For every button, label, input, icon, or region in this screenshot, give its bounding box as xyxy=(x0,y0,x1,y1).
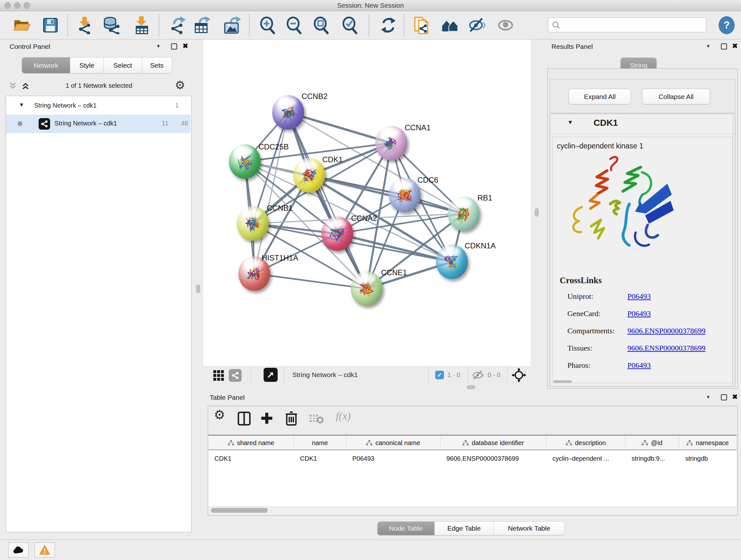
table-hscrollbar[interactable] xyxy=(208,506,737,514)
hidden-node-edge-counts: 0 - 0 xyxy=(488,371,500,379)
tab-network-table[interactable]: Network Table xyxy=(494,522,564,535)
tab-select[interactable]: Select xyxy=(104,57,142,73)
collection-label: String Network – cdk1 xyxy=(34,102,97,109)
search-box[interactable] xyxy=(548,17,706,32)
collapse-all-icon[interactable] xyxy=(8,81,17,90)
export-network-icon[interactable] xyxy=(169,16,186,34)
network-row-selected[interactable]: String Network – cdk1 11 48 xyxy=(6,115,191,133)
panel-menu-icon[interactable]: ▾ xyxy=(707,394,710,400)
network-view-icon[interactable] xyxy=(229,369,242,382)
apply-layout-icon[interactable] xyxy=(380,16,397,34)
gene-expander-icon[interactable]: ▼ xyxy=(567,119,573,126)
panel-menu-icon[interactable]: ▾ xyxy=(707,43,710,50)
node-CDC25B[interactable] xyxy=(229,144,261,179)
node-CCNB2[interactable] xyxy=(272,95,304,130)
zoom-in-icon[interactable] xyxy=(259,16,277,34)
save-session-icon[interactable] xyxy=(42,16,59,34)
table-options-gear-icon[interactable]: ⚙ xyxy=(214,408,225,422)
left-splitter-handle[interactable] xyxy=(196,285,200,293)
delete-column-icon[interactable] xyxy=(285,411,298,426)
panel-float-icon[interactable] xyxy=(721,44,727,50)
panel-menu-icon[interactable]: ▾ xyxy=(157,43,160,50)
hide-selected-icon[interactable] xyxy=(468,16,486,34)
gene-header-row[interactable]: ▼ CDK1 xyxy=(550,114,735,134)
column-header--id[interactable]: @id xyxy=(625,435,679,450)
table-hscroll-thumb[interactable] xyxy=(211,508,268,513)
tab-sets[interactable]: Sets xyxy=(142,57,172,73)
table-cell[interactable]: stringdb xyxy=(679,451,736,466)
column-header-database-identifier[interactable]: database identifier xyxy=(441,435,546,450)
panel-float-icon[interactable] xyxy=(171,44,177,50)
collection-expander-icon[interactable]: ▼ xyxy=(19,102,24,108)
hidden-eye-slash-icon[interactable] xyxy=(472,369,484,381)
table-cell[interactable]: 9606.ENSP00000378699 xyxy=(441,451,546,466)
show-hidden-icon[interactable] xyxy=(497,16,515,34)
crosslink-label: Compartments: xyxy=(567,327,615,335)
column-header-description[interactable]: description xyxy=(546,435,625,450)
export-table-icon[interactable] xyxy=(193,16,211,34)
network-collection-row[interactable]: ▼ String Network – cdk1 1 xyxy=(6,99,191,113)
warning-status-button[interactable] xyxy=(35,543,55,557)
open-session-icon[interactable] xyxy=(13,16,30,34)
node-CCNB1[interactable] xyxy=(237,206,269,241)
node-CCNE1[interactable] xyxy=(351,271,383,306)
tab-edge-table[interactable]: Edge Table xyxy=(434,522,494,535)
crosslink-link[interactable]: 9606.ENSP00000378699 xyxy=(627,327,705,335)
import-table-file-icon[interactable] xyxy=(132,16,150,34)
column-header-shared-name[interactable]: shared name xyxy=(208,435,294,450)
table-cell[interactable]: CDK1 xyxy=(294,451,346,466)
node-CDKN1A[interactable] xyxy=(436,245,468,279)
tab-style[interactable]: Style xyxy=(70,57,104,73)
zoom-fit-icon[interactable] xyxy=(313,16,330,34)
grid-view-icon[interactable] xyxy=(213,370,224,381)
collapse-all-button[interactable]: Collapse All xyxy=(642,89,710,105)
export-image-icon[interactable] xyxy=(223,16,241,34)
node-CCNA1[interactable] xyxy=(375,126,407,160)
panel-float-icon[interactable] xyxy=(721,394,727,400)
import-network-database-icon[interactable] xyxy=(103,16,121,34)
clone-network-icon[interactable] xyxy=(413,16,430,34)
create-column-icon[interactable] xyxy=(260,411,274,425)
column-header-canonical-name[interactable]: canonical name xyxy=(346,435,441,450)
table-cell[interactable]: cyclin–dependent ... xyxy=(546,451,625,466)
column-header-name[interactable]: name xyxy=(294,435,346,450)
birdseye-crosshair-icon[interactable] xyxy=(512,368,526,382)
help-button[interactable]: ? xyxy=(719,16,735,34)
crosslink-link[interactable]: P06493 xyxy=(627,361,651,370)
network-options-gear-icon[interactable]: ⚙ xyxy=(175,78,185,92)
network-canvas[interactable]: CCNB2CCNA1CDC25BCDK1CDC6RB1CCNB1CCNA2CDK… xyxy=(203,40,531,367)
zoom-out-icon[interactable] xyxy=(285,16,303,34)
table-cell[interactable]: stringdb:9... xyxy=(625,451,679,466)
crosslink-link[interactable]: P06493 xyxy=(627,292,651,301)
import-network-file-icon[interactable] xyxy=(76,16,93,34)
results-hscroll-thumb[interactable] xyxy=(553,380,572,383)
gene-details-box: cyclin–dependent kinase 1 CrossLinks Uni… xyxy=(552,137,733,383)
tab-node-table[interactable]: Node Table xyxy=(378,522,434,535)
node-table[interactable]: shared namenamecanonical namedatabase id… xyxy=(208,435,737,507)
expand-all-button[interactable]: Expand All xyxy=(569,89,631,105)
tab-network[interactable]: Network xyxy=(22,57,70,73)
network-overview-icon[interactable] xyxy=(441,16,459,34)
panel-close-icon[interactable]: ✖ xyxy=(183,42,188,50)
results-vscroll-track[interactable] xyxy=(733,114,733,385)
zoom-selected-icon[interactable] xyxy=(341,16,359,34)
column-header-namespace[interactable]: namespace xyxy=(679,435,737,450)
cloud-status-button[interactable] xyxy=(8,543,29,557)
network-selection-summary: 1 of 1 Network selected xyxy=(38,82,159,89)
crosslink-link[interactable]: 9606.ENSP00000378699 xyxy=(627,344,705,353)
node-RB1[interactable] xyxy=(448,196,480,231)
node-CCNA2[interactable] xyxy=(321,216,353,251)
show-columns-icon[interactable] xyxy=(238,411,251,426)
node-CDC6[interactable] xyxy=(389,178,421,212)
node-CDK1[interactable] xyxy=(293,158,325,192)
footer-separator xyxy=(507,367,508,383)
table-cell[interactable]: CDK1 xyxy=(208,451,293,466)
expand-all-icon[interactable] xyxy=(21,81,30,90)
search-input[interactable] xyxy=(563,19,701,30)
table-cell[interactable]: P06493 xyxy=(346,451,440,466)
detach-view-icon[interactable] xyxy=(264,368,278,382)
panel-close-icon[interactable]: ✖ xyxy=(732,393,738,401)
crosslink-link[interactable]: P06493 xyxy=(627,309,651,318)
selected-checkbox-icon[interactable]: ✓ xyxy=(435,371,444,379)
panel-close-icon[interactable]: ✖ xyxy=(732,42,738,50)
